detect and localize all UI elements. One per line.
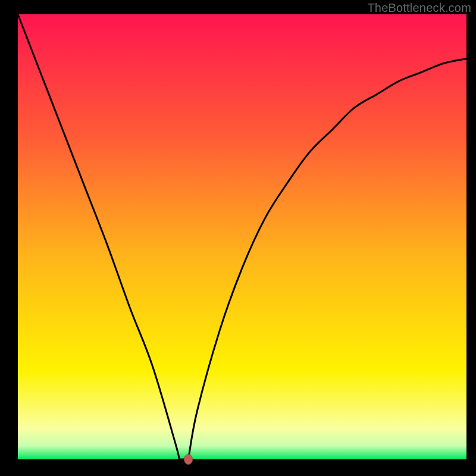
optimal-point-marker — [184, 455, 193, 465]
watermark-text: TheBottleneck.com — [367, 1, 471, 15]
bottleneck-chart — [0, 0, 476, 476]
chart-frame: TheBottleneck.com — [0, 0, 476, 476]
